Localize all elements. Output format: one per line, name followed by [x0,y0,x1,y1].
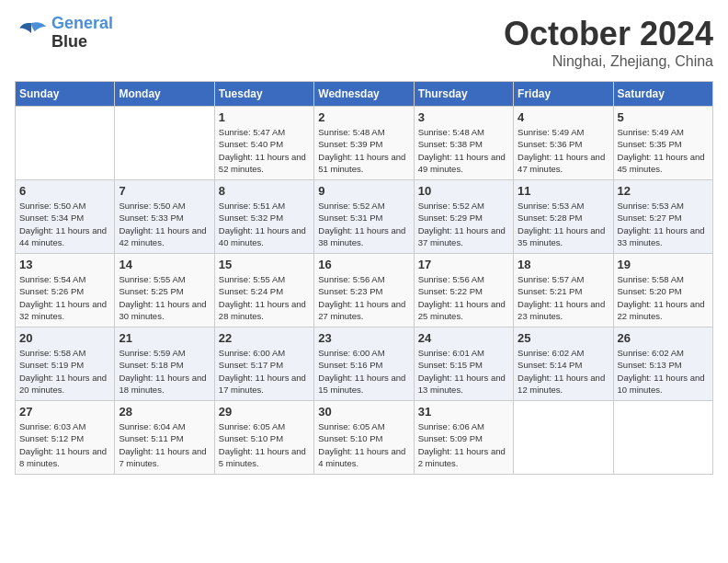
day-info: Sunrise: 5:50 AM Sunset: 5:34 PM Dayligh… [19,200,110,248]
day-info: Sunrise: 5:53 AM Sunset: 5:28 PM Dayligh… [518,200,609,248]
title-block: October 2024 Ninghai, Zhejiang, China [504,15,713,70]
calendar-cell: 27Sunrise: 6:03 AM Sunset: 5:12 PM Dayli… [16,401,115,475]
weekday-friday: Friday [514,82,613,107]
weekday-monday: Monday [115,82,214,107]
day-number: 17 [418,258,509,271]
day-number: 2 [318,110,409,124]
calendar-week-5: 27Sunrise: 6:03 AM Sunset: 5:12 PM Dayli… [16,401,713,475]
calendar-cell: 26Sunrise: 6:02 AM Sunset: 5:13 PM Dayli… [613,327,712,401]
day-info: Sunrise: 6:01 AM Sunset: 5:15 PM Dayligh… [418,347,509,396]
day-number: 25 [518,331,609,345]
calendar-cell: 18Sunrise: 5:57 AM Sunset: 5:21 PM Dayli… [514,254,613,327]
calendar-cell: 3Sunrise: 5:48 AM Sunset: 5:38 PM Daylig… [414,107,513,180]
weekday-thursday: Thursday [414,82,513,107]
day-number: 5 [618,110,709,124]
calendar-cell: 17Sunrise: 5:56 AM Sunset: 5:22 PM Dayli… [414,254,513,327]
calendar-cell: 25Sunrise: 6:02 AM Sunset: 5:14 PM Dayli… [514,327,613,401]
calendar-cell [115,107,214,180]
calendar-header: SundayMondayTuesdayWednesdayThursdayFrid… [16,82,713,107]
day-number: 11 [518,184,609,198]
calendar-cell: 12Sunrise: 5:53 AM Sunset: 5:27 PM Dayli… [613,180,712,254]
calendar-week-4: 20Sunrise: 5:58 AM Sunset: 5:19 PM Dayli… [16,327,713,401]
day-number: 28 [119,405,210,419]
calendar-cell: 16Sunrise: 5:56 AM Sunset: 5:23 PM Dayli… [314,254,414,327]
day-number: 22 [219,331,310,345]
day-number: 21 [119,331,210,345]
weekday-header-row: SundayMondayTuesdayWednesdayThursdayFrid… [16,82,713,107]
day-info: Sunrise: 5:59 AM Sunset: 5:18 PM Dayligh… [119,347,210,396]
day-number: 15 [219,258,310,271]
weekday-tuesday: Tuesday [214,82,313,107]
calendar-cell: 4Sunrise: 5:49 AM Sunset: 5:36 PM Daylig… [514,107,613,180]
calendar-cell: 31Sunrise: 6:06 AM Sunset: 5:09 PM Dayli… [414,401,513,475]
logo-icon [15,19,48,47]
day-number: 6 [19,184,110,198]
calendar-cell: 6Sunrise: 5:50 AM Sunset: 5:34 PM Daylig… [16,180,115,254]
day-info: Sunrise: 5:56 AM Sunset: 5:22 PM Dayligh… [418,273,509,322]
day-info: Sunrise: 5:58 AM Sunset: 5:19 PM Dayligh… [19,347,110,396]
calendar-cell: 9Sunrise: 5:52 AM Sunset: 5:31 PM Daylig… [314,180,414,254]
day-number: 23 [318,331,409,345]
day-info: Sunrise: 5:51 AM Sunset: 5:32 PM Dayligh… [219,200,310,248]
day-info: Sunrise: 5:57 AM Sunset: 5:21 PM Dayligh… [518,273,609,322]
calendar-cell: 7Sunrise: 5:50 AM Sunset: 5:33 PM Daylig… [115,180,214,254]
day-info: Sunrise: 6:04 AM Sunset: 5:11 PM Dayligh… [119,420,210,469]
calendar-week-3: 13Sunrise: 5:54 AM Sunset: 5:26 PM Dayli… [16,254,713,327]
day-info: Sunrise: 6:05 AM Sunset: 5:10 PM Dayligh… [318,420,409,469]
calendar-table: SundayMondayTuesdayWednesdayThursdayFrid… [15,81,713,475]
day-info: Sunrise: 6:00 AM Sunset: 5:17 PM Dayligh… [219,347,310,396]
day-info: Sunrise: 5:58 AM Sunset: 5:20 PM Dayligh… [618,273,709,322]
calendar-cell: 30Sunrise: 6:05 AM Sunset: 5:10 PM Dayli… [314,401,414,475]
day-number: 27 [19,405,110,419]
day-info: Sunrise: 5:48 AM Sunset: 5:38 PM Dayligh… [418,126,509,175]
calendar-cell: 14Sunrise: 5:55 AM Sunset: 5:25 PM Dayli… [115,254,214,327]
calendar-cell [613,401,712,475]
day-info: Sunrise: 6:02 AM Sunset: 5:14 PM Dayligh… [518,347,609,396]
calendar-cell: 1Sunrise: 5:47 AM Sunset: 5:40 PM Daylig… [214,107,313,180]
weekday-saturday: Saturday [613,82,712,107]
day-info: Sunrise: 5:49 AM Sunset: 5:35 PM Dayligh… [618,126,709,175]
day-info: Sunrise: 5:55 AM Sunset: 5:24 PM Dayligh… [219,273,310,322]
day-number: 26 [618,331,709,345]
day-info: Sunrise: 5:53 AM Sunset: 5:27 PM Dayligh… [618,200,709,248]
day-number: 19 [618,258,709,271]
calendar-cell: 24Sunrise: 6:01 AM Sunset: 5:15 PM Dayli… [414,327,513,401]
location: Ninghai, Zhejiang, China [504,53,713,70]
day-number: 29 [219,405,310,419]
day-number: 8 [219,184,310,198]
day-number: 3 [418,110,509,124]
day-number: 10 [418,184,509,198]
day-number: 1 [219,110,310,124]
day-number: 13 [19,258,110,271]
calendar-cell: 21Sunrise: 5:59 AM Sunset: 5:18 PM Dayli… [115,327,214,401]
calendar-cell: 29Sunrise: 6:05 AM Sunset: 5:10 PM Dayli… [214,401,313,475]
day-info: Sunrise: 5:49 AM Sunset: 5:36 PM Dayligh… [518,126,609,175]
day-number: 4 [518,110,609,124]
day-number: 9 [318,184,409,198]
calendar-week-1: 1Sunrise: 5:47 AM Sunset: 5:40 PM Daylig… [16,107,713,180]
calendar-cell: 20Sunrise: 5:58 AM Sunset: 5:19 PM Dayli… [16,327,115,401]
logo: General Blue [15,15,113,52]
day-number: 12 [618,184,709,198]
calendar-cell: 28Sunrise: 6:04 AM Sunset: 5:11 PM Dayli… [115,401,214,475]
calendar-cell: 10Sunrise: 5:52 AM Sunset: 5:29 PM Dayli… [414,180,513,254]
weekday-wednesday: Wednesday [314,82,414,107]
day-number: 16 [318,258,409,271]
day-info: Sunrise: 5:48 AM Sunset: 5:39 PM Dayligh… [318,126,409,175]
calendar-cell: 2Sunrise: 5:48 AM Sunset: 5:39 PM Daylig… [314,107,414,180]
day-number: 30 [318,405,409,419]
day-info: Sunrise: 5:54 AM Sunset: 5:26 PM Dayligh… [19,273,110,322]
day-info: Sunrise: 6:00 AM Sunset: 5:16 PM Dayligh… [318,347,409,396]
day-number: 7 [119,184,210,198]
logo-text: General Blue [51,15,113,52]
calendar-cell: 23Sunrise: 6:00 AM Sunset: 5:16 PM Dayli… [314,327,414,401]
day-info: Sunrise: 6:06 AM Sunset: 5:09 PM Dayligh… [418,420,509,469]
day-number: 20 [19,331,110,345]
calendar-cell: 15Sunrise: 5:55 AM Sunset: 5:24 PM Dayli… [214,254,313,327]
day-info: Sunrise: 5:52 AM Sunset: 5:29 PM Dayligh… [418,200,509,248]
day-info: Sunrise: 5:52 AM Sunset: 5:31 PM Dayligh… [318,200,409,248]
day-info: Sunrise: 5:56 AM Sunset: 5:23 PM Dayligh… [318,273,409,322]
calendar-week-2: 6Sunrise: 5:50 AM Sunset: 5:34 PM Daylig… [16,180,713,254]
month-title: October 2024 [504,15,713,53]
day-info: Sunrise: 6:05 AM Sunset: 5:10 PM Dayligh… [219,420,310,469]
